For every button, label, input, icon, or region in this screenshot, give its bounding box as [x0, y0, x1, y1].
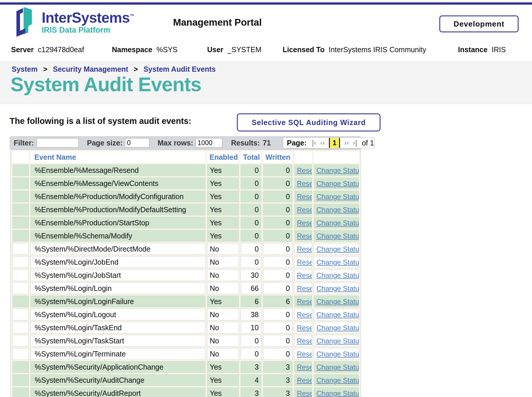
row-marker-cell	[13, 309, 29, 320]
reset-link[interactable]: Reset	[297, 271, 312, 279]
total-cell: 0	[241, 348, 261, 360]
first-page-icon[interactable]: |‹	[312, 139, 316, 146]
enabled-cell: No	[207, 309, 239, 320]
enabled-cell: Yes	[207, 387, 239, 397]
reset-link-cell: Reset	[294, 243, 312, 255]
change-status-link[interactable]: Change Status	[316, 284, 359, 292]
reset-link[interactable]: Reset	[297, 245, 312, 253]
total-cell: 0	[241, 243, 261, 255]
reset-link[interactable]: Reset	[297, 376, 312, 384]
change-status-link-cell: Change Status	[314, 256, 359, 268]
reset-link[interactable]: Reset	[297, 298, 312, 305]
info-namespace: Namespace%SYS	[112, 45, 177, 54]
reset-link[interactable]: Reset	[297, 206, 312, 214]
written-cell: 0	[263, 164, 293, 176]
change-status-link[interactable]: Change Status	[316, 298, 359, 305]
reset-link[interactable]: Reset	[297, 284, 312, 292]
results-label: Results:	[231, 139, 260, 147]
reset-link[interactable]: Reset	[297, 258, 312, 266]
change-status-link[interactable]: Change Status	[316, 324, 359, 332]
change-status-link[interactable]: Change Status	[316, 389, 359, 397]
development-environment-button[interactable]: Development	[439, 15, 519, 32]
event-name-cell: %System/%Login/LoginFailure	[31, 296, 205, 307]
reset-link-cell: Reset	[294, 282, 312, 294]
last-page-icon[interactable]: ›|	[353, 139, 357, 146]
previous-page-icon[interactable]: ‹‹	[320, 139, 325, 146]
change-status-link[interactable]: Change Status	[316, 166, 359, 174]
reset-link-cell: Reset	[294, 361, 312, 373]
change-status-link[interactable]: Change Status	[316, 258, 359, 266]
enabled-cell: Yes	[207, 217, 239, 229]
row-marker-cell	[13, 230, 29, 242]
reset-link[interactable]: Reset	[297, 337, 312, 345]
row-marker-cell	[13, 217, 29, 229]
enabled-cell: Yes	[207, 374, 239, 386]
change-status-link-cell: Change Status	[314, 269, 359, 281]
change-status-link[interactable]: Change Status	[316, 245, 359, 253]
row-marker-cell	[13, 164, 29, 176]
change-status-link[interactable]: Change Status	[316, 337, 359, 345]
row-marker-cell	[13, 361, 29, 373]
reset-link[interactable]: Reset	[297, 166, 312, 174]
event-name-cell: %System/%Login/TaskEnd	[31, 322, 205, 333]
change-status-link-cell: Change Status	[314, 243, 359, 255]
written-cell: 0	[263, 178, 293, 189]
change-status-link[interactable]: Change Status	[316, 232, 359, 240]
change-status-link[interactable]: Change Status	[316, 193, 359, 201]
change-status-link-cell: Change Status	[314, 230, 359, 242]
reset-link[interactable]: Reset	[297, 350, 312, 358]
reset-link[interactable]: Reset	[297, 311, 312, 319]
page-size-input[interactable]	[125, 138, 149, 147]
reset-link[interactable]: Reset	[297, 324, 312, 332]
breadcrumb-system-audit-events[interactable]: System Audit Events	[143, 65, 216, 73]
breadcrumb-security-management[interactable]: Security Management	[53, 65, 128, 73]
total-cell: 6	[241, 296, 261, 307]
reset-link[interactable]: Reset	[297, 193, 312, 201]
written-cell: 0	[263, 256, 293, 268]
table-row: %System/%DirectMode/DirectModeNo00ResetC…	[13, 243, 359, 255]
current-page-indicator[interactable]: 1	[329, 138, 340, 148]
reset-link[interactable]: Reset	[297, 219, 312, 227]
total-cell: 0	[241, 230, 261, 242]
change-status-link[interactable]: Change Status	[316, 219, 359, 227]
change-status-link-cell: Change Status	[314, 309, 359, 320]
row-marker-cell	[13, 243, 29, 255]
table-row: %System/%Login/JobStartNo300ResetChange …	[13, 269, 359, 281]
row-marker-cell	[13, 191, 29, 202]
column-header-enabled: Enabled	[207, 151, 239, 163]
written-cell: 0	[263, 309, 293, 320]
next-page-icon[interactable]: ››	[344, 139, 349, 146]
change-status-link-cell: Change Status	[314, 164, 359, 176]
reset-link[interactable]: Reset	[297, 180, 312, 187]
trademark-symbol: ™	[130, 13, 134, 18]
change-status-link[interactable]: Change Status	[316, 376, 359, 384]
table-row: %System/%Login/JobEndNo00ResetChange Sta…	[13, 256, 359, 268]
change-status-link[interactable]: Change Status	[316, 311, 359, 319]
enabled-cell: No	[207, 322, 239, 333]
table-row: %Ensemble/%Production/ModifyDefaultSetti…	[13, 204, 359, 215]
selective-sql-auditing-wizard-button[interactable]: Selective SQL Auditing Wizard	[237, 113, 380, 131]
change-status-link[interactable]: Change Status	[316, 350, 359, 358]
change-status-link[interactable]: Change Status	[316, 363, 359, 371]
total-cell: 0	[241, 217, 261, 229]
reset-link[interactable]: Reset	[297, 363, 312, 371]
reset-link-cell: Reset	[294, 256, 312, 268]
change-status-link[interactable]: Change Status	[316, 206, 359, 214]
total-cell: 38	[241, 309, 261, 320]
filter-input[interactable]	[37, 138, 79, 147]
total-cell: 0	[241, 191, 261, 202]
table-row: %System/%Login/TaskEndNo100ResetChange S…	[13, 322, 359, 333]
change-status-link-cell: Change Status	[314, 361, 359, 373]
page-title: System Audit Events	[10, 74, 201, 94]
max-rows-input[interactable]	[195, 138, 222, 147]
change-status-link[interactable]: Change Status	[316, 180, 359, 187]
reset-link[interactable]: Reset	[297, 232, 312, 240]
reset-link[interactable]: Reset	[297, 389, 312, 397]
row-marker-cell	[13, 335, 29, 347]
reset-link-cell: Reset	[294, 335, 312, 347]
enabled-cell: No	[207, 335, 239, 347]
breadcrumb-system[interactable]: System	[12, 65, 38, 73]
change-status-link[interactable]: Change Status	[316, 271, 359, 279]
reset-link-cell: Reset	[294, 217, 312, 229]
info-licensed-to: Licensed ToInterSystems IRIS Community	[283, 45, 426, 54]
